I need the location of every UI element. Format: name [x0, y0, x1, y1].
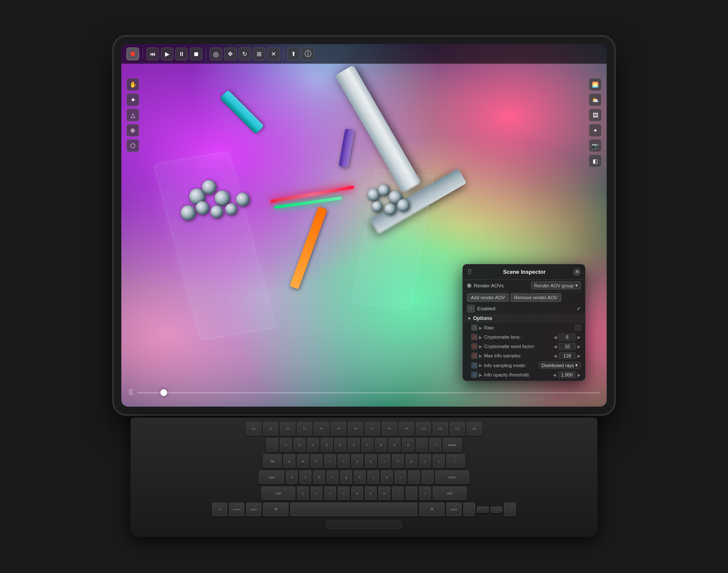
- key-f11[interactable]: F11: [433, 422, 448, 435]
- layers-button[interactable]: ◧: [589, 154, 602, 167]
- key-d[interactable]: d: [313, 470, 325, 484]
- transform-button[interactable]: ⊕: [126, 124, 139, 137]
- key-j[interactable]: j: [367, 470, 379, 484]
- environment-button[interactable]: 🌅: [589, 78, 602, 91]
- rotate-button[interactable]: ↻: [238, 48, 251, 60]
- key-delete-fn[interactable]: del: [467, 422, 482, 435]
- render-aov-group-dropdown[interactable]: Render AOV group ▾: [531, 281, 581, 289]
- param-expand-cryptomatte-bins[interactable]: ▶: [479, 335, 482, 340]
- key-minus[interactable]: -: [416, 438, 428, 452]
- param-increment-cryptomatte-seed[interactable]: ▶: [577, 344, 581, 349]
- key-arrow-right[interactable]: →: [504, 503, 516, 516]
- scrubber-thumb[interactable]: [160, 389, 167, 396]
- key-x[interactable]: x: [311, 486, 322, 500]
- key-s[interactable]: s: [300, 470, 311, 484]
- key-i[interactable]: i: [378, 454, 390, 468]
- key-caps[interactable]: caps: [259, 470, 284, 484]
- key-1[interactable]: 1: [280, 438, 292, 452]
- param-decrement-cryptomatte-bins[interactable]: ◀: [554, 335, 557, 340]
- key-8[interactable]: 8: [375, 438, 387, 452]
- key-option-right[interactable]: option: [446, 503, 462, 516]
- close-x-button[interactable]: ✕: [267, 48, 280, 60]
- key-0[interactable]: 0: [402, 438, 414, 452]
- key-equals[interactable]: =: [429, 438, 441, 452]
- object-button[interactable]: △: [126, 109, 139, 121]
- key-a[interactable]: a: [286, 470, 298, 484]
- snapshot-button[interactable]: 📷: [589, 139, 602, 152]
- magic-button[interactable]: ✦: [589, 124, 602, 137]
- key-f5[interactable]: F5: [331, 422, 346, 435]
- key-return[interactable]: return: [435, 470, 469, 484]
- key-arrow-left[interactable]: ←: [463, 503, 475, 516]
- key-f10[interactable]: F10: [416, 422, 431, 435]
- play-button[interactable]: ▶: [161, 48, 174, 60]
- key-comma[interactable]: ,: [392, 486, 404, 500]
- light-button[interactable]: ✦: [126, 93, 139, 106]
- inspector-close-button[interactable]: ✕: [573, 268, 581, 276]
- key-9[interactable]: 9: [389, 438, 400, 452]
- key-y[interactable]: y: [351, 454, 363, 468]
- key-arrow-up[interactable]: ↑: [477, 506, 489, 513]
- key-g[interactable]: g: [340, 470, 352, 484]
- param-decrement-info-opacity[interactable]: ◀: [553, 373, 556, 377]
- key-6[interactable]: 6: [348, 438, 360, 452]
- key-f3[interactable]: F3: [297, 422, 312, 435]
- key-n[interactable]: n: [365, 486, 377, 500]
- key-5[interactable]: 5: [334, 438, 346, 452]
- grid-button[interactable]: ⊞: [253, 48, 266, 60]
- param-expand-info-sampling-mode[interactable]: ▶: [479, 363, 482, 368]
- param-expand-cryptomatte-seed[interactable]: ▶: [479, 344, 482, 349]
- param-increment-cryptomatte-bins[interactable]: ▶: [577, 335, 581, 340]
- key-fn[interactable]: fn: [212, 503, 227, 516]
- options-section-header[interactable]: ▼ Options: [463, 314, 585, 323]
- key-bracket-left[interactable]: [: [419, 454, 431, 468]
- select-button[interactable]: ◎: [210, 48, 222, 60]
- key-shift-left[interactable]: shift: [261, 486, 295, 500]
- key-shift-right[interactable]: shift: [433, 486, 467, 500]
- param-increment-info-opacity[interactable]: ▶: [577, 373, 581, 377]
- key-f1[interactable]: F1: [263, 422, 278, 435]
- key-o[interactable]: o: [392, 454, 404, 468]
- param-decrement-cryptomatte-seed[interactable]: ◀: [554, 344, 557, 349]
- photo-button[interactable]: 🖼: [589, 109, 602, 121]
- key-t[interactable]: t: [338, 454, 350, 468]
- key-c[interactable]: c: [324, 486, 336, 500]
- key-tab[interactable]: tab: [263, 454, 282, 468]
- key-f7[interactable]: F7: [365, 422, 380, 435]
- key-semicolon[interactable]: ;: [408, 470, 420, 484]
- key-k[interactable]: k: [381, 470, 393, 484]
- key-f9[interactable]: F9: [399, 422, 414, 435]
- param-value-info-sampling-mode[interactable]: Distributed rays ▾: [539, 362, 581, 369]
- remove-render-aov-button[interactable]: Remove render AOV: [510, 293, 561, 302]
- key-f6[interactable]: F6: [348, 422, 363, 435]
- raw-checkbox[interactable]: [575, 325, 581, 331]
- key-u[interactable]: u: [365, 454, 377, 468]
- import-button[interactable]: ⬆: [287, 48, 300, 60]
- weather-button[interactable]: ⛅: [589, 93, 602, 106]
- key-option-left[interactable]: option: [246, 503, 261, 516]
- key-l[interactable]: l: [395, 470, 406, 484]
- key-r[interactable]: r: [324, 454, 336, 468]
- key-h[interactable]: h: [354, 470, 366, 484]
- key-f[interactable]: f: [327, 470, 339, 484]
- key-f2[interactable]: F2: [280, 422, 295, 435]
- param-decrement-max-info-samples[interactable]: ◀: [554, 354, 557, 358]
- key-command-left[interactable]: ⌘: [263, 503, 288, 516]
- param-expand-raw[interactable]: ▶: [479, 326, 482, 330]
- key-z[interactable]: z: [297, 486, 309, 500]
- camera-button[interactable]: ⬡: [126, 139, 139, 152]
- key-3[interactable]: 3: [307, 438, 319, 452]
- key-4[interactable]: 4: [321, 438, 333, 452]
- key-b[interactable]: b: [351, 486, 363, 500]
- key-quote[interactable]: ': [422, 470, 434, 484]
- key-v[interactable]: v: [338, 486, 350, 500]
- key-7[interactable]: 7: [361, 438, 373, 452]
- record-button[interactable]: ⏺: [126, 48, 139, 60]
- key-esc[interactable]: esc: [246, 422, 261, 435]
- key-p[interactable]: p: [406, 454, 417, 468]
- key-backslash[interactable]: \: [446, 454, 465, 468]
- param-expand-max-info-samples[interactable]: ▶: [479, 354, 482, 358]
- key-m[interactable]: m: [378, 486, 390, 500]
- key-backtick[interactable]: `: [266, 438, 278, 452]
- key-2[interactable]: 2: [294, 438, 305, 452]
